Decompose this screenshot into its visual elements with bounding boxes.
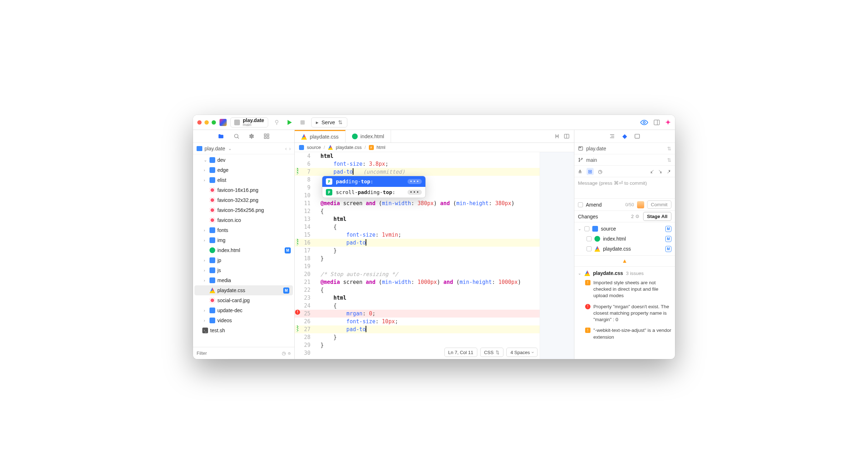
code-line[interactable]: 21@media screen and (min-width: 1000px) … [295,278,540,286]
sidebar-breadcrumb[interactable]: play.date ⌄ ‹ › [193,143,294,154]
issues-indicator[interactable]: ▲ [574,256,675,267]
tree-row[interactable]: ›_test.sh [193,325,294,335]
avatar[interactable] [637,201,644,208]
files-icon[interactable] [218,133,224,140]
filter-changes-icon[interactable]: ⚙ [635,214,640,219]
back-icon[interactable]: ‹ [285,146,287,151]
tree-row[interactable]: ›jp [193,255,294,265]
repo-row[interactable]: play.date ⇅ [574,143,675,154]
tree-row[interactable]: ›elist [193,175,294,185]
stage-all-button[interactable]: Stage All [643,212,671,221]
tree-row[interactable]: ›fonts [193,225,294,235]
pull-icon[interactable]: ⭹ [649,169,654,174]
project-picker[interactable]: play.date main [230,117,268,127]
issue-row[interactable]: !"-webkit-text-size-adjust" is a vendor … [574,325,675,342]
code-line[interactable]: 24 { [295,302,540,310]
add-icon[interactable]: ✦ [665,118,671,126]
tree-row[interactable]: ›update-dec [193,305,294,315]
change-row[interactable]: playdate.cssM [574,244,675,254]
code-line[interactable]: 22{ [295,286,540,294]
serve-picker[interactable]: ▸ Serve ⇅ [311,117,347,127]
stage-checkbox[interactable] [587,246,592,251]
filter-input[interactable] [197,350,282,356]
search-icon[interactable] [233,133,240,139]
code-line[interactable]: 17 } [295,247,540,255]
diff-icon[interactable] [554,133,560,139]
minimap[interactable] [540,152,574,359]
editor-tab[interactable]: playdate.css [295,130,346,142]
autocomplete-popup[interactable]: Ppadding-top:•••Pscroll-padding-top:••• [322,176,426,198]
code-line[interactable]: !25 mrgan: 0; [295,310,540,318]
code-line[interactable]: 15 font-size: 1vmin; [295,231,540,239]
code-line[interactable]: 14 { [295,223,540,231]
code-line[interactable]: 26 font-size: 10px; [295,318,540,325]
tree-row[interactable]: favicon-256x256.png [193,205,294,215]
autocomplete-item[interactable]: Ppadding-top:••• [322,176,425,187]
commit-button[interactable]: Commit [647,200,672,209]
minimize-window[interactable] [204,120,209,125]
tree-row[interactable]: ›media [193,275,294,285]
code-line[interactable]: 28 } [295,333,540,341]
fetch-icon[interactable]: ⭸ [658,169,663,174]
change-row[interactable]: ⌄sourceM [574,224,675,234]
snippets-icon[interactable]: ✽ [249,132,254,140]
clock-icon[interactable]: ◷ [282,350,286,356]
change-row[interactable]: index.htmlM [574,234,675,244]
run-button[interactable] [285,117,295,127]
tree-row[interactable]: ⌄dev [193,155,294,165]
code-line[interactable]: 18} [295,255,540,262]
split-icon[interactable] [564,133,570,139]
tree-row[interactable]: social-card.jpg [193,295,294,305]
code-line[interactable]: 4html [295,152,540,160]
pin-button[interactable]: ⚲ [272,117,282,127]
stage-checkbox[interactable] [587,236,592,241]
issue-row[interactable]: !Imported style sheets are not checked i… [574,277,675,301]
branch-row[interactable]: main ⇅ [574,154,675,166]
code-line[interactable]: 23 html [295,294,540,302]
tree-row[interactable]: ›img [193,235,294,245]
code-line[interactable]: 20/* Stop auto-resizing */ [295,270,540,278]
grid-icon[interactable] [264,133,270,139]
sidebar-toggle-icon[interactable] [653,119,660,126]
zoom-window[interactable] [212,120,216,125]
code-line[interactable]: 12{ [295,207,540,215]
code-line[interactable]: 13 html [295,215,540,223]
stash-icon[interactable]: ◷ [598,169,602,174]
code-line[interactable]: 7 pad-to (uncommitted) [295,168,540,176]
editor-breadcrumb[interactable]: source/playdate.css/#html [295,143,574,152]
tree-row[interactable]: favicon-16x16.png [193,185,294,195]
stage-icon[interactable]: ⊞ [587,168,594,175]
tree-row[interactable]: favicon.ico [193,215,294,225]
settings-icon[interactable]: ⌾ [288,350,291,356]
code-line[interactable]: 6 font-size: 3.8px; [295,160,540,168]
git-icon[interactable]: ◆ [622,132,627,140]
tree-row[interactable]: favicon-32x32.png [193,195,294,205]
editor-tab[interactable]: index.html [346,130,391,142]
tree-row[interactable]: ›edge [193,165,294,175]
code-line[interactable]: 11@media screen and (min-width: 380px) a… [295,199,540,207]
push-icon[interactable]: ⭷ [666,169,671,174]
file-tree[interactable]: ⌄dev›edge›elistfavicon-16x16.pngfavicon-… [193,154,294,347]
terminal-icon[interactable] [634,133,640,139]
close-window[interactable] [197,120,202,125]
commit-message[interactable]: Message (press ⌘⏎ to commit) [574,177,675,199]
stop-button[interactable] [298,117,308,127]
align-icon[interactable] [609,133,615,139]
tree-row[interactable]: playdate.cssM [194,285,293,295]
forward-icon[interactable]: › [289,146,291,151]
issue-row[interactable]: !Property "mrgan" doesn't exist. The clo… [574,301,675,325]
autocomplete-item[interactable]: Pscroll-padding-top:••• [322,187,425,198]
cursor-position[interactable]: Ln 7, Col 11 [444,348,477,357]
stage-checkbox[interactable] [584,226,589,231]
code-line[interactable]: 19 [295,262,540,270]
code-line[interactable]: 16 pad-to [295,239,540,247]
preview-icon[interactable] [640,118,648,126]
amend-checkbox[interactable] [578,202,583,207]
language-picker[interactable]: CSS⇅ [480,348,504,357]
tree-row[interactable]: ›js [193,265,294,275]
issues-header[interactable]: ⌄ playdate.css 3 issues [574,269,675,277]
tree-row[interactable]: ›videos [193,315,294,325]
indent-picker[interactable]: 4 Spaces› [506,348,537,357]
code-area[interactable]: 4html6 font-size: 3.8px;7 pad-to (uncomm… [295,152,540,359]
tree-row[interactable]: index.htmlM [193,245,294,255]
